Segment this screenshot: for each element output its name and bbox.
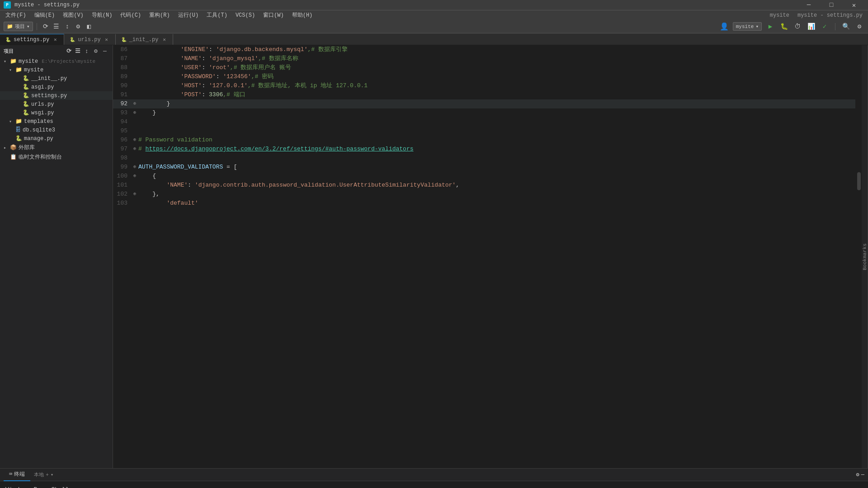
tree-item-label: 外部库 [19, 144, 35, 151]
sidebar-header: 项目 ⟳ ☰ ↕ ⚙ ─ [0, 45, 113, 57]
menu-tools[interactable]: 工具(T) [203, 10, 231, 20]
tree-asgi-py[interactable]: 🐍 asgi.py [0, 83, 113, 91]
terminal-content[interactable]: Windows PowerShell 版权所有 (C) Microsoft Co… [0, 481, 868, 488]
sidebar-sync-btn[interactable]: ⟳ [65, 47, 73, 55]
fold-indicator[interactable]: ⊕ [131, 190, 138, 199]
fold-indicator[interactable]: ⊕ [131, 163, 138, 172]
fold-indicator[interactable]: ⊕ [131, 136, 138, 145]
profile-button[interactable]: ⏱ [793, 22, 802, 32]
menu-view[interactable]: 视图(V) [59, 10, 87, 20]
editor-scrollbar[interactable] [855, 45, 862, 468]
project-name-selector[interactable]: mysite ▾ [733, 22, 762, 31]
spacer [16, 76, 21, 81]
sidebar-settings-btn[interactable]: ⚙ [92, 47, 100, 55]
tree-manage-py[interactable]: 🐍 manage.py [0, 134, 113, 143]
menu-vcs[interactable]: VCS(S) [232, 11, 259, 19]
close-button[interactable]: ✕ [844, 0, 864, 10]
debug-button[interactable]: 🐛 [779, 22, 789, 32]
scrollbar-thumb[interactable] [857, 172, 861, 190]
fold-indicator[interactable] [131, 90, 138, 99]
sync-button[interactable]: ⟳ [41, 22, 51, 32]
terminal-close-btn[interactable]: ─ [861, 472, 864, 478]
tree-urls-py[interactable]: 🐍 urls.py [0, 100, 113, 108]
code-area[interactable]: 86 'ENGINE': 'django.db.backends.mysql',… [113, 45, 862, 468]
main-content: 项目 ⟳ ☰ ↕ ⚙ ─ ▾ 📁 mysite E:\Projects\mysi… [0, 45, 868, 468]
fold-indicator[interactable] [131, 63, 138, 72]
project-selector[interactable]: 📁 项目 ▾ [4, 22, 33, 31]
fold-indicator[interactable] [131, 54, 138, 63]
run-button[interactable]: ▶ [765, 22, 775, 32]
settings-tab-close[interactable]: ✕ [52, 37, 58, 43]
list-button[interactable]: ☰ [52, 22, 61, 32]
terminal-settings-btn[interactable]: ⚙ [856, 471, 859, 478]
tree-root[interactable]: ▾ 📁 mysite E:\Projects\mysite [0, 57, 113, 66]
line-num: 95 [113, 127, 131, 136]
tree-templates[interactable]: ▾ 📁 templates [0, 117, 113, 126]
line-num: 87 [113, 54, 131, 63]
toolbar-sep2 [835, 23, 835, 30]
collapse-button[interactable]: ◧ [84, 22, 94, 32]
project-label: 项目 [15, 23, 25, 30]
tree-mysite-folder[interactable]: ▾ 📁 mysite [0, 66, 113, 74]
code-line-90: 90 'HOST': '127.0.0.1',# 数据库地址, 本机 ip 地址… [113, 81, 862, 90]
coverage-button[interactable]: 📊 [806, 22, 816, 32]
fold-indicator[interactable] [131, 72, 138, 81]
fold-indicator[interactable]: ⊕ [131, 99, 138, 108]
line-num: 86 [113, 45, 131, 54]
gear-button[interactable]: ⚙ [854, 22, 864, 32]
tree-db-sqlite3[interactable]: 🗄 db.sqlite3 [0, 126, 113, 134]
tree-temp-files[interactable]: 📋 临时文件和控制台 [0, 152, 113, 162]
fold-indicator[interactable] [131, 81, 138, 90]
sidebar-sort-btn[interactable]: ↕ [83, 47, 91, 55]
fold-indicator[interactable]: ⊕ [131, 145, 138, 154]
sidebar-list-btn[interactable]: ☰ [74, 47, 82, 55]
terminal-tab[interactable]: ⌨ 终端 [4, 469, 30, 481]
line-num: 101 [113, 181, 131, 190]
fold-indicator[interactable]: ⊕ [131, 172, 138, 181]
add-terminal-btn[interactable]: + [46, 472, 49, 478]
bookmarks-panel[interactable]: Bookmarks [862, 45, 868, 468]
fold-indicator [131, 154, 138, 163]
fold-indicator[interactable]: ⊕ [131, 108, 138, 117]
window-title: mysite - settings.py [14, 2, 80, 8]
minimize-button[interactable]: ─ [798, 0, 819, 10]
sidebar-collapse-btn[interactable]: ─ [101, 47, 109, 55]
py-icon: 🐍 [23, 75, 29, 82]
avatar-button[interactable]: 👤 [719, 22, 729, 32]
urls-tab-close[interactable]: ✕ [104, 37, 110, 43]
folder-icon: 📁 [15, 118, 22, 125]
folder-icon: 📁 [10, 58, 17, 65]
menu-refactor[interactable]: 重构(R) [146, 10, 174, 20]
tree-wsgi-py[interactable]: 🐍 wsgi.py [0, 108, 113, 117]
menu-code[interactable]: 代码(C) [117, 10, 145, 20]
tree-item-label: wsgi.py [31, 110, 54, 116]
sort-button[interactable]: ↕ [62, 22, 72, 32]
spacer [16, 102, 21, 107]
menu-run[interactable]: 运行(U) [175, 10, 203, 20]
init-tab-close[interactable]: ✕ [161, 37, 167, 43]
sidebar-title: 项目 [4, 48, 14, 55]
tab-urls-py[interactable]: 🐍 urls.py ✕ [64, 34, 115, 45]
menu-file[interactable]: 文件(F) [2, 10, 30, 20]
app-icon: P [4, 1, 11, 9]
py-icon: 🐍 [15, 135, 22, 142]
search-button[interactable]: 🔍 [841, 22, 851, 32]
terminal-dropdown-btn[interactable]: ▾ [51, 472, 54, 478]
menu-nav[interactable]: 导航(N) [88, 10, 116, 20]
code-line-102: 102 ⊕ }, [113, 190, 862, 199]
menu-edit[interactable]: 编辑(E) [31, 10, 59, 20]
tree-external-libs[interactable]: ▸ 📦 外部库 [0, 143, 113, 152]
fold-indicator[interactable] [131, 45, 138, 54]
vcs-button[interactable]: ✓ [820, 22, 830, 32]
settings-button[interactable]: ⚙ [73, 22, 83, 32]
code-line-88: 88 'USER': 'root',# 数据库用户名 账号 [113, 63, 862, 72]
menu-help[interactable]: 帮助(H) [288, 10, 316, 20]
tree-init-py[interactable]: 🐍 __init__.py [0, 74, 113, 83]
menu-window[interactable]: 窗口(W) [259, 10, 288, 20]
tree-settings-py[interactable]: 🐍 settings.py [0, 91, 113, 100]
maximize-button[interactable]: □ [821, 0, 842, 10]
tree-item-label: asgi.py [31, 84, 54, 90]
line-num: 103 [113, 199, 131, 208]
tab-settings-py[interactable]: 🐍 settings.py ✕ [0, 34, 64, 45]
tab-init-py[interactable]: 🐍 _init_.py ✕ [116, 34, 174, 45]
